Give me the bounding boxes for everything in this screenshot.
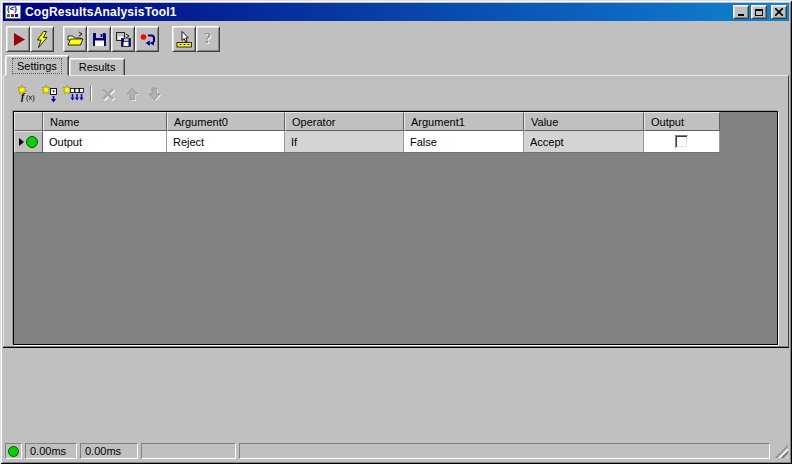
maximize-button[interactable]	[751, 5, 767, 19]
resize-grip[interactable]	[775, 445, 788, 458]
column-header-name[interactable]: Name	[43, 112, 167, 131]
tab-settings[interactable]: Settings	[5, 55, 69, 76]
minimize-button[interactable]	[733, 5, 749, 19]
expressions-grid-region: Name Argument0 Operator Argument1 Value …	[13, 111, 778, 345]
grid-toolbar: f (x)	[16, 83, 166, 105]
floppy-icon	[91, 31, 108, 48]
svg-text:(x): (x)	[26, 93, 35, 102]
app-window: (<) CogResultsAnalysisTool1	[0, 0, 792, 464]
close-icon	[775, 8, 783, 16]
delete-x-icon	[101, 86, 117, 102]
output-checkbox[interactable]	[675, 135, 688, 148]
minimize-icon	[738, 14, 744, 16]
arrow-down-icon	[147, 86, 163, 103]
row-header-cell[interactable]	[14, 131, 43, 153]
table-row: Output Reject If False Accept	[14, 131, 720, 153]
new-inputs-icon	[63, 85, 84, 103]
cell-argument0[interactable]: Reject	[167, 131, 285, 153]
column-header-operator[interactable]: Operator	[285, 112, 404, 131]
open-file-button[interactable]	[63, 26, 87, 52]
arrow-up-icon	[124, 86, 140, 103]
app-icon: (<)	[5, 5, 21, 19]
cell-output	[644, 131, 720, 153]
status-panel3	[141, 443, 236, 459]
move-down-button[interactable]	[143, 84, 166, 105]
move-up-button[interactable]	[120, 84, 143, 105]
corner-header-cell	[14, 112, 43, 131]
column-header-value[interactable]: Value	[524, 112, 644, 131]
current-row-indicator-icon	[19, 138, 24, 146]
save-button[interactable]	[87, 26, 111, 52]
status-panel4	[239, 443, 770, 459]
save-copy-button[interactable]	[111, 26, 135, 52]
help-button[interactable]: ? ?	[196, 26, 220, 52]
add-all-inputs-button[interactable]	[62, 84, 85, 105]
add-input-button[interactable]	[39, 84, 62, 105]
new-function-icon: f (x)	[18, 85, 38, 103]
live-run-button[interactable]	[30, 26, 54, 52]
status-led-panel	[5, 443, 22, 459]
delete-button[interactable]	[97, 84, 120, 105]
floppy-copy-icon	[115, 31, 132, 48]
run-button[interactable]	[6, 26, 30, 52]
open-folder-icon	[67, 31, 84, 48]
window-title: CogResultsAnalysisTool1	[25, 5, 731, 19]
reset-arrow-icon	[139, 31, 156, 48]
tab-results-label: Results	[79, 61, 116, 73]
cell-operator[interactable]: If	[285, 131, 404, 153]
run-icon	[10, 31, 27, 48]
cell-argument1[interactable]: False	[404, 131, 524, 153]
tab-strip: Settings Results	[3, 55, 789, 76]
status-led-icon	[8, 446, 19, 457]
main-toolbar: ? ?	[3, 24, 789, 54]
add-function-button[interactable]: f (x)	[16, 84, 39, 105]
maximize-icon	[755, 9, 763, 16]
row-status-led-icon	[26, 136, 38, 148]
question-icon: ? ?	[200, 31, 217, 48]
status-bar: 0.00ms 0.00ms	[3, 441, 789, 461]
cell-value[interactable]: Accept	[524, 131, 644, 153]
svg-text:?: ?	[204, 31, 211, 46]
pointer-tool-button[interactable]	[172, 26, 196, 52]
toolbar-separator	[90, 86, 92, 102]
column-header-output[interactable]: Output	[644, 112, 720, 131]
tab-settings-label: Settings	[12, 58, 62, 74]
new-input-icon	[42, 85, 60, 103]
reset-button[interactable]	[135, 26, 159, 52]
status-timer1: 0.00ms	[25, 443, 77, 459]
cell-name[interactable]: Output	[43, 131, 167, 153]
expressions-grid: Name Argument0 Operator Argument1 Value …	[14, 112, 720, 153]
column-header-argument1[interactable]: Argument1	[404, 112, 524, 131]
lightning-icon	[34, 31, 51, 48]
status-timer2: 0.00ms	[80, 443, 138, 459]
settings-tab-page: f (x)	[3, 75, 789, 347]
close-button[interactable]	[771, 5, 787, 19]
cursor-ruler-icon	[176, 31, 193, 48]
grid-header-row: Name Argument0 Operator Argument1 Value …	[14, 112, 720, 131]
tab-results[interactable]: Results	[69, 58, 126, 76]
title-bar: (<) CogResultsAnalysisTool1	[3, 3, 789, 21]
column-header-argument0[interactable]: Argument0	[167, 112, 285, 131]
